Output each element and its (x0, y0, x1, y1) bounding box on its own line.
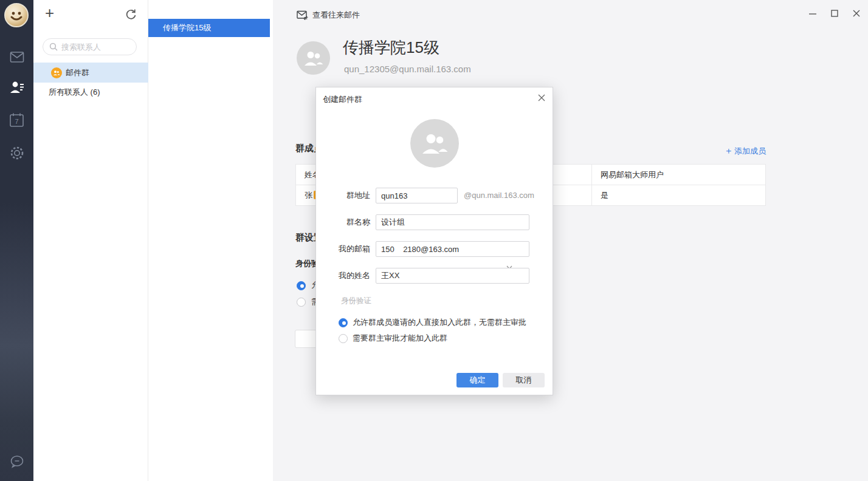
minimize-button[interactable] (808, 9, 817, 18)
radio-selected-icon[interactable] (339, 318, 348, 327)
group-list-item-label: 传播学院15级 (163, 23, 211, 32)
settings-gear-icon[interactable] (0, 145, 33, 161)
group-list-item[interactable]: 传播学院15级 (148, 19, 270, 37)
group-name: 传播学院15级 (343, 37, 439, 58)
app-rail: 7 (0, 0, 33, 481)
contacts-sidebar: + 邮件群 所有联系人 (6) (33, 0, 148, 481)
mail-icon[interactable] (0, 51, 33, 63)
my-name-row: 我的姓名 (316, 268, 553, 284)
close-icon[interactable] (536, 92, 547, 103)
group-address-row: 群地址 @qun.mail.163.com (316, 188, 553, 203)
view-correspondence-button[interactable]: 查看往来邮件 (297, 10, 360, 21)
verify-option-1[interactable]: 允许群成员邀请的人直接加入此群，无需群主审批 (339, 317, 526, 328)
radio-icon[interactable] (339, 334, 348, 343)
mail-group-list: 传播学院15级 (148, 0, 273, 481)
close-window-button[interactable] (852, 9, 861, 18)
radio-icon[interactable] (297, 298, 306, 307)
calendar-day: 7 (15, 118, 18, 125)
calendar-icon[interactable]: 7 (0, 112, 33, 128)
group-name-label: 群名称 (316, 214, 370, 230)
add-member-button[interactable]: ＋ 添加成员 (724, 145, 766, 157)
add-contact-button[interactable]: + (45, 5, 54, 21)
mail-exchange-icon (297, 10, 308, 20)
group-icon (51, 67, 62, 78)
contact-search-box (43, 38, 137, 55)
sidebar-item-mail-groups[interactable]: 邮件群 (33, 63, 148, 83)
dialog-title: 创建邮件群 (323, 94, 362, 105)
my-name-label: 我的姓名 (316, 268, 370, 284)
add-member-label: 添加成员 (734, 146, 766, 157)
radio-selected-icon[interactable] (297, 281, 306, 290)
search-input[interactable] (61, 43, 128, 52)
new-group-avatar (410, 119, 459, 168)
refresh-icon[interactable] (125, 9, 137, 20)
contacts-icon[interactable] (0, 80, 33, 95)
my-email-row: 我的邮箱 150 2180@163.com (316, 241, 553, 257)
window-controls (808, 9, 861, 18)
my-email-label: 我的邮箱 (316, 241, 370, 257)
group-address-input[interactable] (376, 188, 458, 203)
my-email-value: 150 2180@163.com (381, 245, 459, 254)
my-name-input[interactable] (376, 268, 529, 284)
member-is-user: 是 (592, 185, 766, 206)
group-name-input[interactable] (376, 214, 529, 230)
feedback-chat-icon[interactable] (0, 454, 33, 469)
cancel-button[interactable]: 取消 (503, 373, 545, 387)
member-name: 张 (305, 191, 312, 200)
group-email: qun_12305@qun.mail.163.com (344, 64, 471, 74)
option-label: 需要群主审批才能加入此群 (353, 333, 447, 344)
verify-label: 身份验证 (341, 296, 371, 306)
user-avatar[interactable] (4, 3, 29, 27)
group-avatar (297, 41, 330, 75)
option-label: 允许群成员邀请的人直接加入此群，无需群主审批 (353, 317, 526, 328)
create-mail-group-dialog: 创建邮件群 群地址 @qun.mail.163.com 群名称 我的邮箱 150… (315, 87, 553, 395)
address-suffix: @qun.mail.163.com (464, 188, 534, 203)
group-name-row: 群名称 (316, 214, 553, 230)
my-email-select[interactable]: 150 2180@163.com (376, 241, 529, 257)
col-mailmaster-user: 网易邮箱大师用户 (592, 165, 766, 185)
sidebar-item-label: 邮件群 (66, 67, 89, 78)
group-address-label: 群地址 (316, 188, 370, 203)
maximize-button[interactable] (830, 9, 839, 18)
sidebar-item-label: 所有联系人 (6) (49, 87, 100, 98)
toolbar-label: 查看往来邮件 (312, 10, 360, 21)
plus-icon: ＋ (724, 145, 733, 157)
sidebar-item-all-contacts[interactable]: 所有联系人 (6) (33, 83, 148, 101)
verify-option-2[interactable]: 需要群主审批才能加入此群 (339, 333, 447, 344)
confirm-button[interactable]: 确定 (456, 373, 498, 387)
search-icon (49, 43, 58, 51)
